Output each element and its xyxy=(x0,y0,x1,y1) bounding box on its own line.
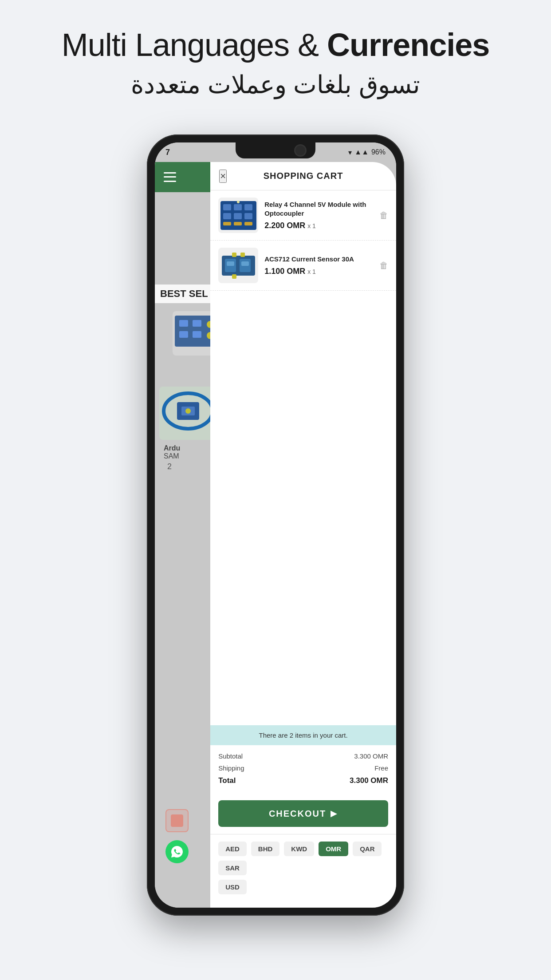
whatsapp-button[interactable] xyxy=(165,840,189,863)
status-time: 7 xyxy=(165,148,170,157)
svg-point-21 xyxy=(237,201,240,203)
cart-items-list: Relay 4 Channel 5V Module with Optocoupl… xyxy=(210,190,396,725)
cart-item-delete-2[interactable]: 🗑 xyxy=(379,261,388,271)
status-bar: 7 ▾ ▲▲ 96% xyxy=(155,142,396,162)
cart-item-image-2 xyxy=(218,248,258,283)
cart-item-name-1: Relay 4 Channel 5V Module with Optocoupl… xyxy=(264,200,373,217)
total-row: Total 3.300 OMR xyxy=(218,776,388,785)
total-label: Total xyxy=(218,776,236,785)
cart-item-image-1 xyxy=(218,198,258,233)
cart-item-info-1: Relay 4 Channel 5V Module with Optocoupl… xyxy=(264,200,373,230)
phone-frame: 7 ▾ ▲▲ 96% BEST SEL xyxy=(147,134,404,916)
subtotal-value: 3.300 OMR xyxy=(354,752,388,760)
cart-item-price-2: 1.100 OMR x 1 xyxy=(264,267,373,276)
svg-rect-27 xyxy=(232,253,236,257)
svg-rect-15 xyxy=(223,213,231,219)
wifi-icon: ▾ xyxy=(348,148,352,157)
currency-chip-usd[interactable]: USD xyxy=(218,880,247,894)
share-icon xyxy=(171,814,183,827)
svg-rect-19 xyxy=(234,222,242,225)
currency-row-1: AEDBHDKWDOMRQARSAR xyxy=(218,842,388,875)
svg-rect-1 xyxy=(179,320,188,327)
currency-row-2: USD xyxy=(218,880,388,894)
svg-rect-2 xyxy=(193,320,201,327)
svg-rect-13 xyxy=(234,204,242,210)
svg-rect-17 xyxy=(244,213,252,219)
shipping-value: Free xyxy=(374,764,388,772)
svg-rect-25 xyxy=(227,261,234,266)
battery-icon: 96% xyxy=(371,148,386,156)
cart-title: SHOPPING CART xyxy=(264,171,343,181)
cart-item-name-2: ACS712 Current Sensor 30A xyxy=(264,255,373,264)
hamburger-icon[interactable] xyxy=(162,169,178,185)
status-icons: ▾ ▲▲ 96% xyxy=(348,148,386,157)
share-button[interactable] xyxy=(165,809,189,832)
cart-summary: Subtotal 3.300 OMR Shipping Free Total 3… xyxy=(210,745,396,797)
cart-item: ACS712 Current Sensor 30A 1.100 OMR x 1 … xyxy=(210,241,396,291)
cart-separator xyxy=(210,834,396,834)
currency-chip-qar[interactable]: QAR xyxy=(353,842,382,856)
cart-close-button[interactable]: × xyxy=(219,170,227,183)
cart-modal: × SHOPPING CART xyxy=(210,162,396,908)
cart-item-info-2: ACS712 Current Sensor 30A 1.100 OMR x 1 xyxy=(264,255,373,277)
bg-number: 2 xyxy=(167,462,172,471)
cart-item-delete-1[interactable]: 🗑 xyxy=(379,210,388,221)
svg-point-10 xyxy=(185,408,191,414)
svg-rect-29 xyxy=(240,253,245,257)
svg-rect-3 xyxy=(179,331,188,338)
subtotal-row: Subtotal 3.300 OMR xyxy=(218,752,388,760)
checkout-label: CHECKOUT xyxy=(269,809,326,819)
subtotal-label: Subtotal xyxy=(218,752,243,760)
svg-rect-4 xyxy=(193,331,201,338)
phone-screen: 7 ▾ ▲▲ 96% BEST SEL xyxy=(155,142,396,908)
currency-chip-sar[interactable]: SAR xyxy=(218,861,247,875)
checkout-arrow-icon: ▶ xyxy=(331,809,338,818)
shipping-row: Shipping Free xyxy=(218,764,388,772)
svg-rect-28 xyxy=(232,274,236,279)
svg-rect-14 xyxy=(244,204,252,210)
svg-rect-18 xyxy=(223,222,231,225)
cart-item-price-1: 2.200 OMR x 1 xyxy=(264,221,373,230)
cart-info-banner: There are 2 items in your cart. xyxy=(210,725,396,745)
cart-item: Relay 4 Channel 5V Module with Optocoupl… xyxy=(210,190,396,241)
currency-chip-kwd[interactable]: KWD xyxy=(284,842,314,856)
svg-rect-26 xyxy=(241,261,249,266)
currency-chip-omr[interactable]: OMR xyxy=(319,842,348,856)
currency-selector: AEDBHDKWDOMRQARSAR USD xyxy=(210,842,396,908)
checkout-button[interactable]: CHECKOUT ▶ xyxy=(218,800,388,827)
svg-rect-20 xyxy=(244,222,252,225)
page-subtitle: تسوق بلغات وعملات متعددة xyxy=(131,70,420,99)
signal-icon: ▲▲ xyxy=(354,148,369,156)
svg-rect-12 xyxy=(223,204,231,210)
total-value: 3.300 OMR xyxy=(350,776,388,785)
currency-chip-aed[interactable]: AED xyxy=(218,842,247,856)
svg-rect-16 xyxy=(234,213,242,219)
currency-chip-bhd[interactable]: BHD xyxy=(251,842,280,856)
page-title: Multi Languages & Currencies xyxy=(62,27,490,63)
cart-header: × SHOPPING CART xyxy=(210,162,396,190)
shipping-label: Shipping xyxy=(218,764,244,772)
